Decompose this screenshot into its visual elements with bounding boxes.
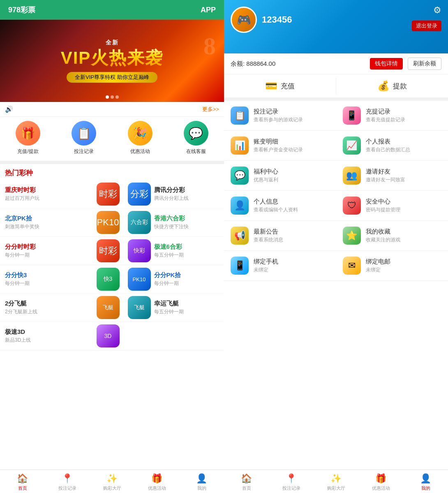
favorites-title: 我的收藏 (366, 228, 400, 236)
right-hall-icon: ✨ (330, 473, 342, 484)
quick-icon-label-3: 优惠活动 (130, 148, 150, 155)
menu-personal-info[interactable]: 👤 个人信息 查看或编辑个人资料 (224, 191, 336, 220)
dot-2 (111, 95, 114, 99)
bind-phone-desc: 未绑定 (254, 266, 278, 273)
right-nav-home-label: 首页 (242, 485, 251, 491)
dot-1 (106, 95, 109, 99)
game-desc-ffk3: 每分钟一期 (5, 280, 97, 287)
menu-bind-phone[interactable]: 📱 绑定手机 未绑定 (224, 251, 336, 280)
recharge-label: 充值 (281, 81, 295, 91)
game-name-2fft: 2分飞艇 (5, 300, 97, 308)
menu-bind-email[interactable]: ✉ 绑定电邮 未绑定 (336, 251, 448, 280)
right-home-icon: 🏠 (241, 473, 252, 484)
refresh-button[interactable]: 刷新余额 (408, 58, 441, 70)
left-nav-hall-label: 购彩大厅 (103, 485, 121, 491)
bind-phone-icon: 📱 (231, 257, 249, 275)
left-nav-hall[interactable]: ✨ 购彩大厅 (90, 473, 134, 491)
game-icon-js6: 快彩 (128, 239, 151, 262)
recharge-button[interactable]: 💳 充值 (224, 74, 336, 97)
game-desc-ffssc: 每分钟一期 (5, 252, 97, 259)
game-desc-js6: 每五分钟一期 (154, 252, 219, 259)
quick-icon-promo[interactable]: 🎉 优惠活动 (112, 121, 168, 155)
left-nav-home[interactable]: 🏠 首页 (0, 473, 45, 491)
game-icon-cqssc: 时彩 (97, 183, 120, 206)
quick-icon-bets[interactable]: 📋 投注记录 (56, 121, 112, 155)
right-nav-mine[interactable]: 👤 我的 (403, 473, 448, 491)
mine-icon: 👤 (196, 473, 207, 484)
menu-account-details[interactable]: 📊 账变明细 查看帐户资金变动记录 (224, 131, 336, 160)
quick-icon-label-4: 在线客服 (186, 148, 206, 155)
right-nav-home[interactable]: 🏠 首页 (224, 473, 269, 491)
promo-icon: 🎁 (151, 473, 162, 484)
banner-subtitle: 全新VIP尊享特权 助你立足巅峰 (67, 72, 157, 83)
menu-announcement[interactable]: 📢 最新公告 查看系统消息 (224, 221, 336, 250)
speaker-icon: 🔊 (5, 105, 13, 113)
left-nav-promo-label: 优惠活动 (148, 485, 166, 491)
deposit-records-icon: 📱 (343, 106, 361, 125)
wallet-button[interactable]: 钱包详情 (370, 58, 403, 69)
bet-records-title: 投注记录 (254, 108, 303, 116)
app-title: 978彩票 (8, 5, 35, 15)
personal-report-icon: 📈 (343, 137, 361, 155)
left-nav-promo[interactable]: 🎁 优惠活动 (134, 473, 179, 491)
menu-bet-records[interactable]: 📋 投注记录 查看所参与的游戏记录 (224, 101, 336, 130)
announcement-icon: 📢 (231, 227, 249, 245)
logout-button[interactable]: 退出登录 (412, 21, 441, 31)
personal-report-desc: 查看自己的数据汇总 (366, 146, 410, 153)
right-nav-bets-label: 投注记录 (282, 485, 300, 491)
left-nav-mine[interactable]: 👤 我的 (179, 473, 224, 491)
personal-info-desc: 查看或编辑个人资料 (254, 206, 298, 213)
right-nav-bets[interactable]: 📍 投注记录 (269, 473, 314, 491)
right-panel: ⚙ 🎮 123456 退出登录 余额: 888864.00 钱包详情 刷新余额 … (224, 0, 448, 493)
menu-personal-report[interactable]: 📈 个人报表 查看自己的数据汇总 (336, 131, 448, 160)
quick-icon-label-1: 充值/提款 (17, 148, 38, 155)
quick-icon-service[interactable]: 💬 在线客服 (168, 121, 224, 155)
balance-bar: 余额: 888864.00 钱包详情 刷新余额 (224, 53, 448, 74)
right-header: ⚙ 🎮 123456 退出登录 (224, 0, 448, 53)
menu-favorites[interactable]: ⭐ 我的收藏 收藏关注的游戏 (336, 221, 448, 250)
settings-icon[interactable]: ⚙ (433, 5, 441, 16)
dot-3 (115, 95, 119, 99)
game-row-1: 重庆时时彩 超过百万用户玩 时彩 分彩 腾讯分分彩 腾讯分分彩上线 (0, 180, 224, 208)
game-name-ffpk: 分分PK拾 (154, 271, 219, 279)
menu-deposit-records[interactable]: 📱 充提记录 查看充值提款记录 (336, 101, 448, 130)
announcement-desc: 查看系统消息 (254, 236, 283, 243)
quick-icon-recharge[interactable]: 🎁 充值/提款 (0, 121, 56, 155)
security-title: 安全中心 (366, 198, 400, 206)
left-nav-mine-label: 我的 (197, 485, 206, 491)
game-name-js3d: 极速3D (5, 328, 97, 336)
app-label: APP (201, 6, 216, 14)
quick-icons-row: 🎁 充值/提款 📋 投注记录 🎉 优惠活动 💬 在线客服 (0, 117, 224, 164)
menu-security[interactable]: 🛡 安全中心 密码与提款管理 (336, 191, 448, 220)
hot-section: 热门彩种 重庆时时彩 超过百万用户玩 时彩 分彩 腾讯分分彩 腾讯分分彩上线 北… (0, 164, 224, 470)
right-mine-icon: 👤 (420, 473, 431, 484)
left-nav-bets[interactable]: 📍 投注记录 (45, 473, 90, 491)
game-name-hk: 香港六合彩 (154, 215, 219, 222)
notice-more[interactable]: 更多>> (202, 106, 219, 113)
menu-welfare[interactable]: 💬 福利中心 优惠与返利 (224, 161, 336, 190)
game-desc-bjpk: 刺激简单中奖快 (5, 223, 97, 230)
invite-icon: 👥 (343, 167, 361, 185)
game-icon-ffssc: 时彩 (97, 239, 120, 262)
game-row-4: 分分快3 每分钟一期 快3 PK10 分分PK拾 每分钟一期 (0, 265, 224, 294)
invite-title: 邀请好友 (366, 168, 405, 176)
quick-icon-label-2: 投注记录 (74, 148, 94, 155)
right-nav-hall[interactable]: ✨ 购彩大厅 (314, 473, 358, 491)
banner-vip: VIP火热来袭 (61, 46, 164, 69)
game-name-tqffc: 腾讯分分彩 (154, 186, 219, 194)
left-panel: 978彩票 APP 全新 VIP火热来袭 全新VIP尊享特权 助你立足巅峰 8 … (0, 0, 224, 493)
right-nav-promo[interactable]: 🎁 优惠活动 (358, 473, 403, 491)
bets-icon: 📍 (62, 473, 73, 484)
menu-invite[interactable]: 👥 邀请好友 邀请好友一同致富 (336, 161, 448, 190)
game-name-bjpk: 北京PK拾 (5, 215, 97, 222)
left-banner: 全新 VIP火热来袭 全新VIP尊享特权 助你立足巅峰 8 (0, 20, 224, 102)
welfare-desc: 优惠与返利 (254, 176, 278, 183)
game-name-ffssc: 分分时时彩 (5, 243, 97, 251)
deposit-records-title: 充提记录 (366, 108, 405, 116)
game-row-6: 极速3D 新品3D上线 3D (0, 322, 224, 350)
username: 123456 (262, 14, 292, 25)
withdraw-button[interactable]: 💰 提款 (336, 74, 448, 97)
favorites-desc: 收藏关注的游戏 (366, 236, 400, 243)
game-desc-2fft: 2分飞艇新上线 (5, 308, 97, 315)
right-nav-promo-label: 优惠活动 (372, 485, 390, 491)
